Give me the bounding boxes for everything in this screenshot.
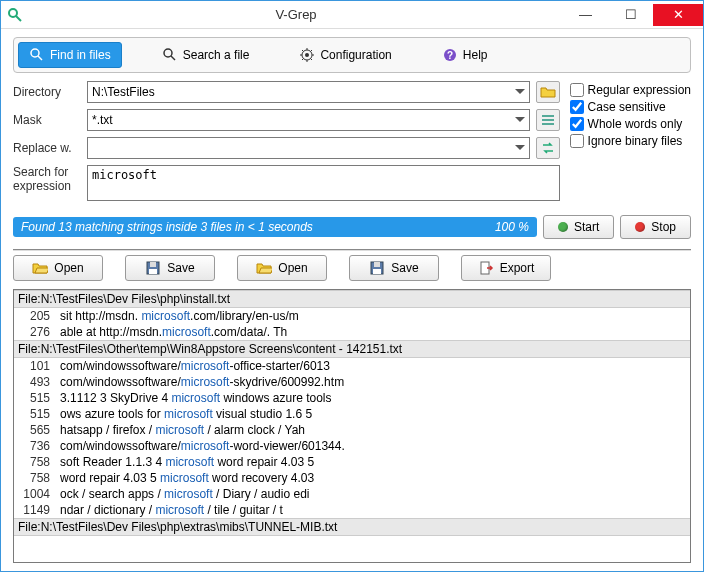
whole-label: Whole words only bbox=[588, 117, 683, 131]
svg-point-7 bbox=[305, 53, 309, 57]
result-line[interactable]: 276able at http://msdn.microsoft.com/dat… bbox=[14, 324, 690, 340]
start-button[interactable]: Start bbox=[543, 215, 614, 239]
highlight: microsoft bbox=[155, 503, 204, 517]
svg-line-3 bbox=[38, 56, 42, 60]
divider bbox=[13, 249, 691, 251]
result-line[interactable]: 565hatsapp / firefox / microsoft / alarm… bbox=[14, 422, 690, 438]
line-text: soft Reader 1.1.3 4 microsoft word repai… bbox=[60, 455, 686, 469]
save-button-2[interactable]: Save bbox=[349, 255, 439, 281]
app-icon bbox=[7, 7, 23, 23]
results-panel[interactable]: File:N:\TestFiles\Dev Files\php\install.… bbox=[13, 289, 691, 563]
line-number: 515 bbox=[18, 407, 60, 421]
line-text: com/windowssoftware/microsoft-skydrive/6… bbox=[60, 375, 686, 389]
line-number: 276 bbox=[18, 325, 60, 339]
mask-input[interactable] bbox=[87, 109, 530, 131]
close-button[interactable]: ✕ bbox=[653, 4, 703, 26]
line-text: hatsapp / firefox / microsoft / alarm cl… bbox=[60, 423, 686, 437]
find-tab-label: Find in files bbox=[50, 48, 111, 62]
svg-rect-17 bbox=[374, 262, 380, 267]
search-expression-label: Search for expression bbox=[13, 165, 81, 194]
whole-checkbox[interactable] bbox=[570, 117, 584, 131]
mask-options-button[interactable] bbox=[536, 109, 560, 131]
case-checkbox-row[interactable]: Case sensitive bbox=[570, 100, 691, 114]
status-bar: Found 13 matching strings inside 3 files… bbox=[13, 217, 537, 237]
minimize-button[interactable]: — bbox=[563, 4, 608, 26]
svg-rect-15 bbox=[149, 269, 157, 274]
highlight: microsoft bbox=[181, 375, 230, 389]
directory-input[interactable] bbox=[87, 81, 530, 103]
highlight: microsoft bbox=[160, 471, 209, 485]
browse-folder-button[interactable] bbox=[536, 81, 560, 103]
line-number: 758 bbox=[18, 471, 60, 485]
svg-text:?: ? bbox=[447, 50, 453, 61]
result-line[interactable]: 1149ndar / dictionary / microsoft / tile… bbox=[14, 502, 690, 518]
help-tab[interactable]: ? Help bbox=[432, 42, 498, 68]
highlight: microsoft bbox=[155, 423, 204, 437]
line-number: 736 bbox=[18, 439, 60, 453]
find-in-files-tab[interactable]: Find in files bbox=[18, 42, 122, 68]
line-text: word repair 4.03 5 microsoft word recove… bbox=[60, 471, 686, 485]
binary-checkbox-row[interactable]: Ignore binary files bbox=[570, 134, 691, 148]
save-button-1[interactable]: Save bbox=[125, 255, 215, 281]
replace-options-button[interactable] bbox=[536, 137, 560, 159]
binary-checkbox[interactable] bbox=[570, 134, 584, 148]
case-checkbox[interactable] bbox=[570, 100, 584, 114]
result-line[interactable]: 1004ock / search apps / microsoft / Diar… bbox=[14, 486, 690, 502]
stop-icon bbox=[635, 222, 645, 232]
svg-point-4 bbox=[164, 49, 172, 57]
start-label: Start bbox=[574, 220, 599, 234]
highlight: microsoft bbox=[141, 309, 190, 323]
line-text: ndar / dictionary / microsoft / tile / g… bbox=[60, 503, 686, 517]
result-file-header[interactable]: File:N:\TestFiles\Other\temp\Win8Appstor… bbox=[14, 340, 690, 358]
case-label: Case sensitive bbox=[588, 100, 666, 114]
regex-checkbox-row[interactable]: Regular expression bbox=[570, 83, 691, 97]
line-number: 101 bbox=[18, 359, 60, 373]
line-number: 205 bbox=[18, 309, 60, 323]
status-percent: 100 % bbox=[495, 220, 529, 234]
result-line[interactable]: 493com/windowssoftware/microsoft-skydriv… bbox=[14, 374, 690, 390]
highlight: microsoft bbox=[171, 391, 220, 405]
open1-label: Open bbox=[54, 261, 83, 275]
result-line[interactable]: 515ows azure tools for microsoft visual … bbox=[14, 406, 690, 422]
search-expression-input[interactable] bbox=[87, 165, 560, 201]
open-button-2[interactable]: Open bbox=[237, 255, 327, 281]
result-line[interactable]: 101com/windowssoftware/microsoft-office-… bbox=[14, 358, 690, 374]
line-text: com/windowssoftware/microsoft-office-sta… bbox=[60, 359, 686, 373]
status-text: Found 13 matching strings inside 3 files… bbox=[21, 220, 313, 234]
result-file-header[interactable]: File:N:\TestFiles\Dev Files\php\install.… bbox=[14, 290, 690, 308]
result-line[interactable]: 736com/windowssoftware/microsoft-word-vi… bbox=[14, 438, 690, 454]
line-text: ock / search apps / microsoft / Diary / … bbox=[60, 487, 686, 501]
open-button-1[interactable]: Open bbox=[13, 255, 103, 281]
result-line[interactable]: 205sit http://msdn. microsoft.com/librar… bbox=[14, 308, 690, 324]
highlight: microsoft bbox=[164, 487, 213, 501]
whole-checkbox-row[interactable]: Whole words only bbox=[570, 117, 691, 131]
svg-point-0 bbox=[9, 9, 17, 17]
export-button[interactable]: Export bbox=[461, 255, 551, 281]
result-line[interactable]: 758soft Reader 1.1.3 4 microsoft word re… bbox=[14, 454, 690, 470]
export-label: Export bbox=[500, 261, 535, 275]
titlebar[interactable]: V-Grep — ☐ ✕ bbox=[1, 1, 703, 29]
highlight: microsoft bbox=[181, 439, 230, 453]
result-line[interactable]: 5153.1112 3 SkyDrive 4 microsoft windows… bbox=[14, 390, 690, 406]
binary-label: Ignore binary files bbox=[588, 134, 683, 148]
help-tab-label: Help bbox=[463, 48, 488, 62]
save1-label: Save bbox=[167, 261, 194, 275]
stop-button[interactable]: Stop bbox=[620, 215, 691, 239]
highlight: microsoft bbox=[165, 455, 214, 469]
result-line[interactable]: 758 word repair 4.03 5 microsoft word re… bbox=[14, 470, 690, 486]
line-text: ows azure tools for microsoft visual stu… bbox=[60, 407, 686, 421]
highlight: microsoft bbox=[162, 325, 211, 339]
line-number: 758 bbox=[18, 455, 60, 469]
svg-point-2 bbox=[31, 49, 39, 57]
configuration-tab[interactable]: Configuration bbox=[289, 42, 401, 68]
window-title: V-Grep bbox=[29, 7, 563, 22]
regex-checkbox[interactable] bbox=[570, 83, 584, 97]
search-tab-label: Search a file bbox=[183, 48, 250, 62]
maximize-button[interactable]: ☐ bbox=[608, 4, 653, 26]
replace-input[interactable] bbox=[87, 137, 530, 159]
svg-rect-10 bbox=[542, 115, 554, 117]
svg-rect-14 bbox=[150, 262, 156, 267]
main-toolbar: Find in files Search a file Configuratio… bbox=[13, 37, 691, 73]
search-a-file-tab[interactable]: Search a file bbox=[152, 42, 260, 68]
result-file-header[interactable]: File:N:\TestFiles\Dev Files\php\extras\m… bbox=[14, 518, 690, 536]
